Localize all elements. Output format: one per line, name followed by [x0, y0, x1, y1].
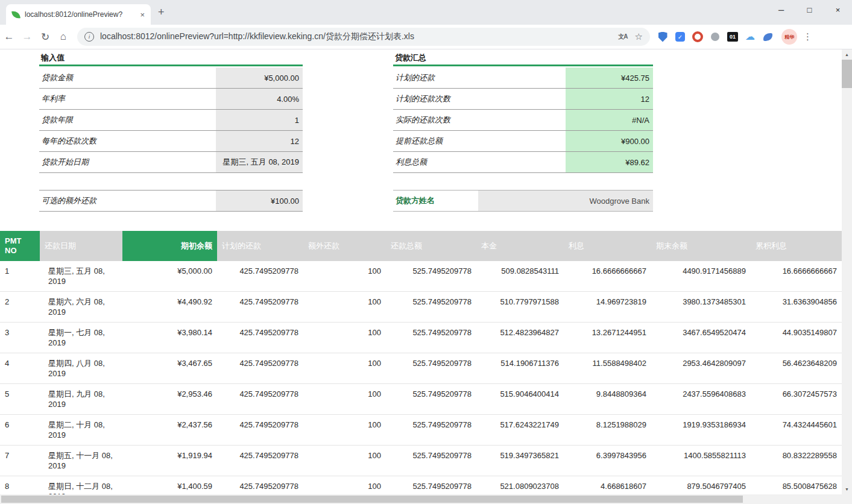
- table-row: 6星期二, 十月 08, 2019¥2,437.56425.7495209778…: [0, 415, 842, 446]
- sheet-row: 计划的还款¥425.75: [393, 68, 653, 89]
- column-header: PMT NO: [0, 231, 40, 261]
- amortization-schedule-table: PMT NO还款日期期初余额计划的还款额外还款还款总额本金利息期末余额累积利息 …: [0, 231, 842, 504]
- table-cell: ¥4,490.92: [122, 292, 217, 323]
- new-tab-button[interactable]: +: [158, 7, 165, 17]
- summary-table: 计划的还款¥425.75计划的还款次数12实际的还款次数#N/A提前还款总额¥9…: [393, 68, 653, 173]
- url-text[interactable]: localhost:8012/onlinePreview?url=http://…: [100, 31, 611, 42]
- tab-title: localhost:8012/onlinePreview?: [25, 10, 136, 19]
- column-header: 期初余额: [122, 231, 217, 261]
- table-row: 2星期六, 六月 08, 2019¥4,490.92425.7495209778…: [0, 292, 842, 323]
- browser-toolbar: ← → ↻ ⌂ i localhost:8012/onlinePreview?u…: [0, 25, 852, 49]
- summary-section-underline: [393, 65, 653, 66]
- profile-avatar[interactable]: 精华: [781, 29, 797, 45]
- vertical-scroll-thumb[interactable]: [842, 60, 852, 88]
- table-cell: 6: [0, 415, 40, 446]
- browser-menu-icon[interactable]: ⋮: [803, 31, 812, 42]
- table-cell: 425.7495209778: [217, 384, 303, 415]
- scroll-up-icon[interactable]: ▲: [842, 49, 852, 60]
- column-header: 额外还款: [303, 231, 386, 261]
- lender-row: 贷款方姓名 Woodgrove Bank: [393, 190, 653, 212]
- row-label: 贷款年限: [39, 110, 216, 130]
- bookmark-star-icon[interactable]: ☆: [635, 31, 643, 42]
- horizontal-scrollbar[interactable]: [0, 494, 842, 504]
- table-cell: 525.7495209778: [386, 446, 476, 476]
- tab-close-icon[interactable]: ×: [140, 10, 145, 19]
- table-cell: ¥2,953.46: [122, 384, 217, 415]
- home-button[interactable]: ⌂: [54, 31, 72, 43]
- minimize-button[interactable]: ─: [767, 0, 795, 19]
- forward-button: →: [18, 31, 36, 43]
- table-cell: 3: [0, 323, 40, 353]
- shield-extension-icon[interactable]: [657, 31, 668, 42]
- table-row: 1星期三, 五月 08, 2019¥5,000.00425.7495209778…: [0, 261, 842, 292]
- table-cell: 100: [303, 353, 386, 384]
- table-cell: 14.969723819: [564, 292, 651, 323]
- row-label: 利息总额: [393, 152, 566, 172]
- table-cell: 13.2671244951: [564, 323, 651, 353]
- sheet-row: 贷款金额¥5,000.00: [39, 68, 303, 89]
- table-cell: 星期四, 八月 08, 2019: [40, 353, 122, 384]
- column-header: 还款总额: [386, 231, 476, 261]
- row-value: 4.00%: [216, 89, 303, 109]
- page-info-icon[interactable]: i: [84, 32, 94, 42]
- table-cell: ¥2,437.56: [122, 415, 217, 446]
- table-cell: 100: [303, 415, 386, 446]
- table-row: 3星期一, 七月 08, 2019¥3,980.14425.7495209778…: [0, 323, 842, 353]
- table-row: 4星期四, 八月 08, 2019¥3,467.65425.7495209778…: [0, 353, 842, 384]
- table-cell: 100: [303, 261, 386, 292]
- translate-icon[interactable]: 文A: [618, 33, 627, 41]
- table-cell: 16.6666666667: [564, 261, 651, 292]
- table-cell: 425.7495209778: [217, 292, 303, 323]
- opera-extension-icon[interactable]: [692, 31, 703, 42]
- row-value: 12: [216, 131, 303, 151]
- back-button[interactable]: ←: [0, 31, 18, 43]
- address-bar[interactable]: i localhost:8012/onlinePreview?url=http:…: [77, 28, 650, 46]
- table-cell: 514.1906711376: [476, 353, 564, 384]
- table-cell: 1919.9353186934: [651, 415, 751, 446]
- column-header: 累积利息: [751, 231, 842, 261]
- scroll-down-icon[interactable]: ▼: [842, 484, 852, 494]
- row-value: ¥5,000.00: [216, 68, 303, 88]
- sheet-row: 提前还款总额¥900.00: [393, 131, 653, 152]
- row-value: ¥89.62: [566, 152, 653, 172]
- table-cell: 525.7495209778: [386, 384, 476, 415]
- cloud-extension-icon[interactable]: ☁: [745, 31, 756, 42]
- browser-tab[interactable]: localhost:8012/onlinePreview? ×: [6, 4, 151, 25]
- table-cell: 515.9046400414: [476, 384, 564, 415]
- table-cell: 44.9035149807: [751, 323, 842, 353]
- maximize-button[interactable]: □: [795, 0, 824, 19]
- row-label: 实际的还款次数: [393, 110, 566, 130]
- table-cell: 2437.5596408683: [651, 384, 751, 415]
- check-extension-icon[interactable]: ✓: [675, 31, 686, 42]
- table-cell: 6.3997843956: [564, 446, 651, 476]
- table-cell: 100: [303, 323, 386, 353]
- row-value: 1: [216, 110, 303, 130]
- gray-extension-icon[interactable]: [710, 31, 721, 42]
- horizontal-scroll-thumb[interactable]: [1, 496, 743, 503]
- input-table: 贷款金额¥5,000.00年利率4.00%贷款年限1每年的还款次数12贷款开始日…: [39, 68, 303, 173]
- table-cell: 8.1251988029: [564, 415, 651, 446]
- table-cell: 66.3072457573: [751, 384, 842, 415]
- close-button[interactable]: ×: [824, 0, 852, 19]
- scrollbar-corner: [842, 494, 852, 504]
- bird-extension-icon[interactable]: [762, 31, 773, 42]
- table-cell: 425.7495209778: [217, 353, 303, 384]
- schedule-table-body: 1星期三, 五月 08, 2019¥5,000.00425.7495209778…: [0, 261, 842, 504]
- table-cell: ¥3,467.65: [122, 353, 217, 384]
- reload-button[interactable]: ↻: [36, 31, 54, 43]
- input-section-underline: [39, 65, 303, 66]
- table-cell: 2: [0, 292, 40, 323]
- row-label: 贷款金额: [39, 68, 216, 88]
- badge-01-extension-icon[interactable]: 01: [727, 31, 738, 42]
- sheet-row: 贷款年限1: [39, 110, 303, 131]
- table-cell: 509.0828543111: [476, 261, 564, 292]
- row-label: 提前还款总额: [393, 131, 566, 151]
- table-cell: 5: [0, 384, 40, 415]
- column-header: 期末余额: [651, 231, 751, 261]
- vertical-scrollbar[interactable]: ▲ ▼: [842, 49, 852, 494]
- table-cell: 525.7495209778: [386, 323, 476, 353]
- row-value: ¥900.00: [566, 131, 653, 151]
- table-cell: 31.6363904856: [751, 292, 842, 323]
- table-cell: ¥1,919.94: [122, 446, 217, 476]
- row-label: 每年的还款次数: [39, 131, 216, 151]
